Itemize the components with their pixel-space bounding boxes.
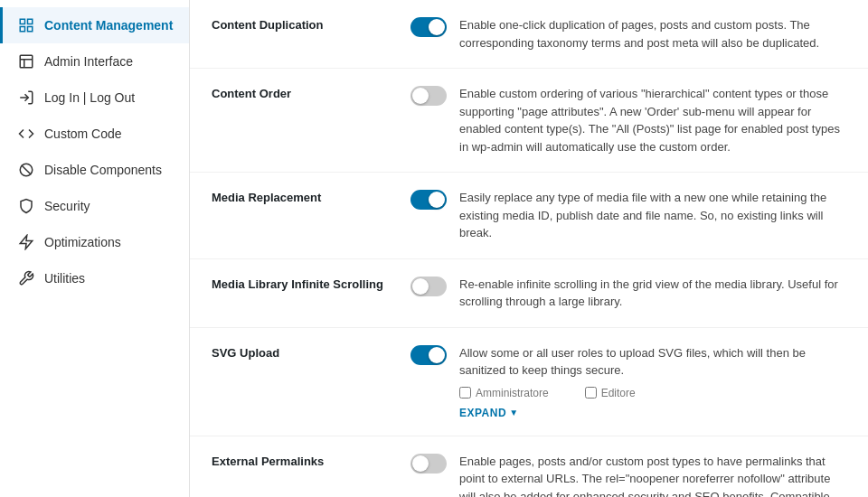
setting-label-col: Media Library Infinite Scrolling <box>212 276 392 291</box>
svg-rect-4 <box>20 55 33 68</box>
toggle-thumb <box>412 88 429 104</box>
toggle-thumb <box>412 278 429 295</box>
setting-desc: Enable pages, posts and/or custom post t… <box>459 453 846 498</box>
checkbox-amministratore[interactable]: Amministratore <box>459 387 549 399</box>
setting-description-area: Enable custom ordering of various "hiera… <box>459 85 846 155</box>
svg-rect-0 <box>20 19 24 23</box>
sidebar-item-label: Utilities <box>44 271 85 286</box>
checkbox-editore[interactable]: Editore <box>585 387 636 399</box>
setting-row-content-duplication: Content DuplicationEnable one-click dupl… <box>190 0 868 69</box>
setting-label: Media Library Infinite Scrolling <box>212 277 392 291</box>
setting-desc: Easily replace any type of media file wi… <box>459 189 846 242</box>
sidebar-item-content-management[interactable]: Content Management <box>0 7 189 43</box>
setting-description-area: Enable one-click duplication of pages, p… <box>459 16 846 52</box>
sidebar-item-disable-components[interactable]: Disable Components <box>0 152 189 188</box>
toggle-track <box>410 86 447 106</box>
checkboxes-row: AmministratoreEditore <box>459 387 846 399</box>
setting-label-col: Media Replacement <box>212 189 392 204</box>
toggle-thumb <box>429 19 445 35</box>
sidebar-item-label: Content Management <box>44 18 173 33</box>
toggle-svg-upload[interactable] <box>410 345 447 365</box>
setting-desc: Enable one-click duplication of pages, p… <box>459 16 846 52</box>
toggle-track <box>410 345 447 365</box>
main-content: Content DuplicationEnable one-click dupl… <box>190 0 868 497</box>
checkbox-label-amministratore: Amministratore <box>476 387 549 399</box>
checkbox-input-editore[interactable] <box>585 387 597 399</box>
setting-label: Media Replacement <box>212 191 392 204</box>
setting-label: SVG Upload <box>212 346 392 360</box>
toggle-track <box>410 277 447 296</box>
setting-description-area: Easily replace any type of media file wi… <box>459 189 846 242</box>
sidebar-item-label: Admin Interface <box>44 54 133 69</box>
toggle-media-replacement[interactable] <box>410 190 447 210</box>
setting-control-col: Easily replace any type of media file wi… <box>410 189 846 242</box>
svg-rect-2 <box>20 27 24 32</box>
toggle-media-library-infinite-scrolling[interactable] <box>410 277 447 296</box>
setting-label: Content Order <box>212 87 392 100</box>
setting-row-svg-upload: SVG UploadAllow some or all user roles t… <box>190 328 868 436</box>
toggle-track <box>410 190 447 210</box>
sidebar-item-custom-code[interactable]: Custom Code <box>0 116 189 152</box>
setting-desc: Allow some or all user roles to upload S… <box>459 344 846 380</box>
toggle-track <box>410 454 447 474</box>
svg-marker-10 <box>20 236 33 249</box>
setting-description-area: Allow some or all user roles to upload S… <box>459 344 846 419</box>
checkbox-label-editore: Editore <box>601 387 636 399</box>
utilities-icon <box>17 269 35 287</box>
svg-rect-1 <box>28 19 33 23</box>
setting-control-col: Allow some or all user roles to upload S… <box>410 344 846 419</box>
setting-control-col: Enable pages, posts and/or custom post t… <box>410 453 846 498</box>
setting-row-external-permalinks: External PermalinksEnable pages, posts a… <box>190 436 868 498</box>
setting-row-media-library-infinite-scrolling: Media Library Infinite ScrollingRe-enabl… <box>190 259 868 328</box>
svg-rect-3 <box>28 27 33 32</box>
login-icon <box>17 89 35 107</box>
toggle-thumb <box>412 455 429 472</box>
sidebar-item-label: Log In | Log Out <box>44 90 135 105</box>
toggle-track <box>410 17 447 37</box>
setting-control-col: Enable custom ordering of various "hiera… <box>410 85 846 155</box>
optimizations-icon <box>17 233 35 251</box>
chevron-down-icon: ▼ <box>509 408 518 417</box>
sidebar-item-optimizations[interactable]: Optimizations <box>0 224 189 260</box>
setting-row-media-replacement: Media ReplacementEasily replace any type… <box>190 173 868 259</box>
code-icon <box>17 125 35 143</box>
setting-control-col: Enable one-click duplication of pages, p… <box>410 16 846 52</box>
svg-line-9 <box>22 165 32 175</box>
toggle-content-order[interactable] <box>410 86 447 106</box>
setting-label-col: SVG Upload <box>212 344 392 360</box>
setting-label: External Permalinks <box>212 455 392 468</box>
sidebar-item-label: Disable Components <box>44 163 162 177</box>
sidebar: Content ManagementAdmin InterfaceLog In … <box>0 0 190 497</box>
sidebar-item-utilities[interactable]: Utilities <box>0 260 189 296</box>
sidebar-item-label: Optimizations <box>44 235 121 249</box>
sidebar-item-security[interactable]: Security <box>0 188 189 224</box>
expand-label: EXPAND <box>459 407 506 419</box>
security-icon <box>17 197 35 215</box>
grid-icon <box>17 16 35 34</box>
toggle-thumb <box>429 347 445 363</box>
setting-label-col: Content Duplication <box>212 16 392 32</box>
toggle-content-duplication[interactable] <box>410 17 447 37</box>
sidebar-item-log-in-out[interactable]: Log In | Log Out <box>0 80 189 116</box>
toggle-external-permalinks[interactable] <box>410 454 447 474</box>
sidebar-item-label: Security <box>44 199 90 213</box>
sidebar-item-label: Custom Code <box>44 127 122 141</box>
disable-icon <box>17 161 35 179</box>
sidebar-item-admin-interface[interactable]: Admin Interface <box>0 43 189 80</box>
setting-control-col: Re-enable infinite scrolling in the grid… <box>410 276 846 311</box>
layout-icon <box>17 52 35 70</box>
expand-link[interactable]: EXPAND ▼ <box>459 407 519 419</box>
setting-description-area: Re-enable infinite scrolling in the grid… <box>459 276 846 311</box>
setting-description-area: Enable pages, posts and/or custom post t… <box>459 453 846 498</box>
setting-row-content-order: Content OrderEnable custom ordering of v… <box>190 69 868 173</box>
setting-desc: Enable custom ordering of various "hiera… <box>459 85 846 155</box>
toggle-thumb <box>429 192 445 208</box>
checkbox-input-amministratore[interactable] <box>459 387 471 399</box>
settings-list: Content DuplicationEnable one-click dupl… <box>190 0 868 497</box>
setting-label: Content Duplication <box>212 18 392 32</box>
setting-desc: Re-enable infinite scrolling in the grid… <box>459 276 846 311</box>
setting-label-col: External Permalinks <box>212 453 392 468</box>
setting-label-col: Content Order <box>212 85 392 100</box>
